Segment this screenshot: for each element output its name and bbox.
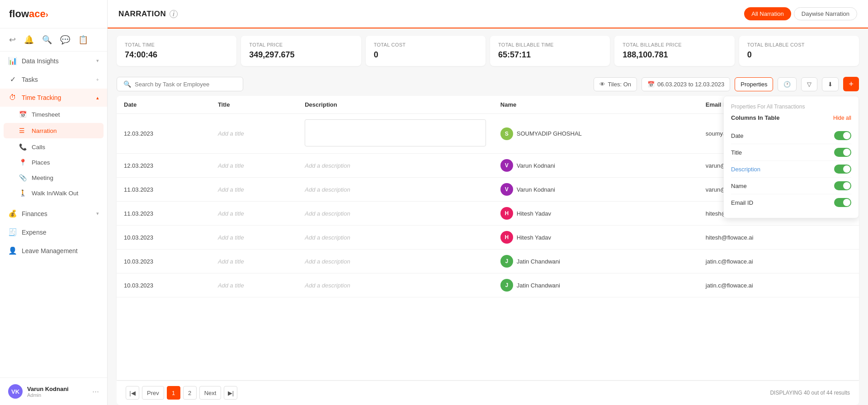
search-icon[interactable]: 🔍	[42, 35, 52, 45]
tiles-toggle-button[interactable]: 👁 Tiles: On	[594, 77, 637, 91]
cell-title[interactable]: Add a title	[211, 154, 297, 178]
narration-icon: ☰	[19, 127, 27, 134]
toggle-title[interactable]	[834, 148, 851, 157]
sidebar-item-finances[interactable]: 💰 Finances ▾	[0, 204, 107, 223]
chevron-down-icon: ▾	[96, 211, 99, 217]
user-name-cell: Jatin Chandwani	[517, 282, 560, 289]
cell-description[interactable]: Add a description	[297, 250, 493, 273]
sidebar-footer: VK Varun Kodnani Admin ···	[0, 377, 107, 405]
sidebar-item-leave-management[interactable]: 👤 Leave Management	[0, 241, 107, 260]
description-textarea[interactable]	[305, 119, 486, 146]
col-description: Description	[297, 96, 493, 114]
sidebar-item-meeting[interactable]: 📎 Meeting	[0, 170, 107, 185]
table-row: 10.03.2023Add a titleAdd a description H…	[117, 226, 859, 250]
stat-total-time: Total Time 74:00:46	[117, 36, 236, 66]
avatar: J	[500, 255, 513, 268]
daywise-narration-button[interactable]: Daywise Narration	[794, 7, 857, 20]
sidebar-sub-label: Places	[32, 159, 50, 166]
stat-label: Total Billable Cost	[747, 42, 851, 47]
popup-subheader-label: Columns In Table	[731, 114, 779, 121]
sidebar-item-timesheet[interactable]: 📅 Timesheet	[0, 107, 107, 122]
eye-icon: 👁	[599, 81, 605, 88]
walk-icon: 🚶	[19, 189, 27, 197]
cell-date: 11.03.2023	[117, 202, 211, 226]
count-text: 40 out of 44 results	[804, 390, 850, 396]
first-page-button[interactable]: |◀	[126, 386, 139, 400]
table-row: 10.03.2023Add a titleAdd a description J…	[117, 273, 859, 297]
add-button[interactable]: +	[843, 77, 859, 91]
filter-button[interactable]: ▽	[801, 77, 817, 91]
cell-description[interactable]: Add a description	[297, 273, 493, 297]
chat-icon[interactable]: 💬	[60, 35, 70, 45]
popup-subheader: Columns In Table Hide all	[731, 114, 851, 121]
properties-popup: Properties For All Transactions Columns …	[723, 96, 859, 218]
avatar: V	[500, 159, 513, 172]
page-2-button[interactable]: 2	[183, 386, 197, 400]
pagination: |◀ Prev 1 2 Next ▶| DISPLAYING 40 out of…	[117, 380, 859, 405]
stat-value: 349,297.675	[249, 50, 353, 60]
leave-icon: 👤	[8, 246, 17, 255]
logo-accent: ace	[29, 8, 46, 19]
toggle-description[interactable]	[834, 165, 851, 174]
search-box[interactable]: 🔍	[117, 77, 243, 91]
toolbar: 🔍 👁 Tiles: On 📅 06.03.2023 to 12.03.2023…	[108, 73, 868, 96]
cell-title[interactable]: Add a title	[211, 202, 297, 226]
toggle-email-id[interactable]	[834, 198, 851, 207]
cell-description[interactable]	[297, 114, 493, 154]
user-name-cell: Hitesh Yadav	[517, 210, 551, 217]
cell-title[interactable]: Add a title	[211, 273, 297, 297]
cell-date: 12.03.2023	[117, 154, 211, 178]
cell-description[interactable]: Add a description	[297, 154, 493, 178]
places-icon: 📍	[19, 159, 27, 166]
sidebar-quick-icons: ↩ 🔔 🔍 💬 📋	[0, 28, 107, 52]
download-button[interactable]: ⬇	[822, 77, 839, 91]
search-input[interactable]	[135, 81, 236, 88]
bell-icon[interactable]: 🔔	[24, 35, 34, 45]
toggle-date[interactable]	[834, 131, 851, 140]
last-page-button[interactable]: ▶|	[224, 386, 237, 400]
info-icon[interactable]: i	[170, 10, 178, 18]
properties-button[interactable]: Properties	[735, 77, 773, 91]
cell-title[interactable]: Add a title	[211, 178, 297, 202]
stat-label: Total Price	[249, 42, 353, 47]
user-name-cell: Varun Kodnani	[517, 162, 555, 169]
cell-email: jatin.c@flowace.ai	[698, 250, 859, 273]
user-name-cell: SOUMYADIP GHOSHAL	[517, 130, 582, 137]
sidebar-item-time-tracking[interactable]: ⏱ Time Tracking ▴	[0, 89, 107, 107]
sidebar-item-data-insights[interactable]: 📊 Data Insights ▾	[0, 52, 107, 70]
sidebar-sub-label: Calls	[32, 144, 45, 151]
cell-description[interactable]: Add a description	[297, 226, 493, 250]
avatar: S	[500, 127, 513, 140]
cell-description[interactable]: Add a description	[297, 202, 493, 226]
back-icon[interactable]: ↩	[9, 35, 16, 45]
toggle-label-date: Date	[731, 132, 743, 139]
sidebar-item-walk-in-out[interactable]: 🚶 Walk In/Walk Out	[0, 185, 107, 201]
cell-email: jatin.c@flowace.ai	[698, 273, 859, 297]
cell-title[interactable]: Add a title	[211, 114, 297, 154]
sidebar-item-calls[interactable]: 📞 Calls	[0, 139, 107, 155]
more-options-icon[interactable]: ···	[92, 387, 99, 396]
all-narration-button[interactable]: All Narration	[744, 7, 791, 20]
prev-button[interactable]: Prev	[142, 386, 164, 400]
stat-value: 65:57:11	[498, 50, 602, 60]
clipboard-icon[interactable]: 📋	[78, 35, 88, 45]
page-1-button[interactable]: 1	[167, 386, 180, 400]
date-range-button[interactable]: 📅 06.03.2023 to 12.03.2023	[642, 77, 730, 91]
toggle-row-title: Title	[731, 144, 851, 161]
stat-label: Total Cost	[374, 42, 477, 47]
next-button[interactable]: Next	[199, 386, 222, 400]
date-range-text: 06.03.2023 to 12.03.2023	[657, 81, 724, 88]
cell-description[interactable]: Add a description	[297, 178, 493, 202]
sidebar-item-narration[interactable]: ☰ Narration	[4, 123, 104, 138]
sidebar-item-label: Data Insights	[22, 57, 92, 65]
cell-title[interactable]: Add a title	[211, 250, 297, 273]
hide-all-button[interactable]: Hide all	[833, 115, 851, 121]
sidebar-item-places[interactable]: 📍 Places	[0, 155, 107, 170]
sidebar-item-expense[interactable]: 🧾 Expense	[0, 223, 107, 241]
toggle-name[interactable]	[834, 181, 851, 190]
cell-date: 10.03.2023	[117, 273, 211, 297]
meeting-icon: 📎	[19, 174, 27, 181]
clock-button[interactable]: 🕐	[778, 77, 797, 91]
cell-title[interactable]: Add a title	[211, 226, 297, 250]
sidebar-item-tasks[interactable]: ✓ Tasks +	[0, 70, 107, 89]
